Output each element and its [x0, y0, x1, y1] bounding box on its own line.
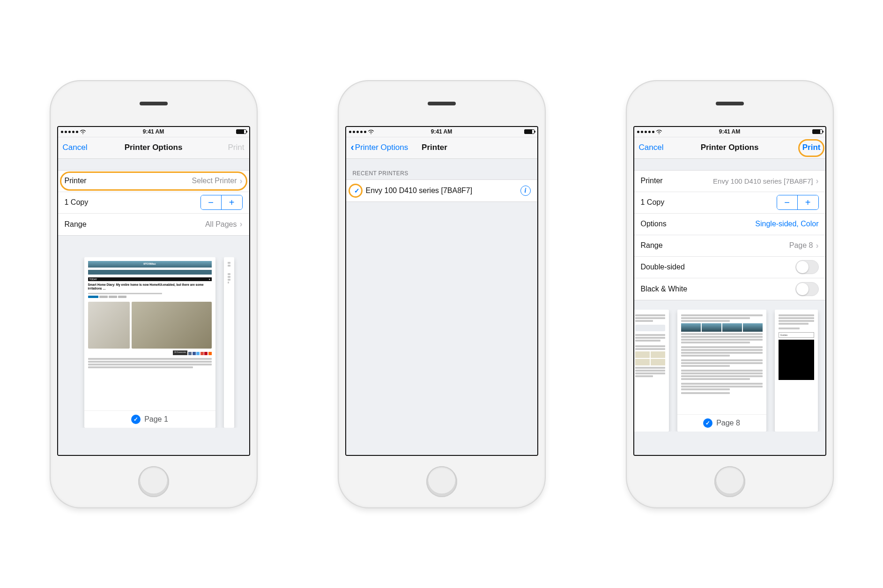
home-button[interactable] — [714, 466, 745, 497]
wifi-icon — [368, 129, 374, 135]
row-printer[interactable]: Printer Envy 100 D410 series [7BA8F7] › — [634, 171, 825, 192]
content: RECENT PRINTERS ✓ Envy 100 D410 series [… — [346, 159, 537, 455]
chevron-right-icon: › — [240, 176, 243, 186]
row-label: Options — [641, 220, 667, 228]
page-preview-card[interactable]: 9TO5Mac TODAY▾ Smart Home Diary: My enti… — [84, 257, 215, 428]
home-button[interactable] — [138, 466, 169, 497]
page-preview-card[interactable]: ✓ Page 8 — [677, 310, 766, 432]
row-label: Double-sided — [641, 263, 685, 271]
screen: 9:41 AM Cancel Printer Options Print Pri… — [633, 126, 826, 456]
battery-icon — [524, 129, 534, 134]
page-preview-card-prev[interactable] — [634, 310, 669, 432]
page-footer[interactable]: ✓ Page 1 — [84, 410, 215, 428]
page-preview-card-next[interactable]: Guides — [775, 310, 818, 432]
row-label: 1 Copy — [65, 198, 89, 207]
page-preview-card-next[interactable] — [224, 257, 234, 428]
iphone-mockup-1: 9:41 AM Cancel Printer Options Print Pri… — [51, 81, 257, 507]
nav-bar: Cancel Printer Options Print — [58, 137, 249, 159]
guides-label: Guides — [780, 334, 788, 336]
nav-bar: ‹ Printer Options Printer — [346, 137, 537, 159]
checkmark-circle-icon: ✓ — [703, 418, 712, 428]
page-number-label: Page 8 — [716, 419, 740, 427]
page-number-label: Page 1 — [144, 415, 168, 424]
page-preview-strip[interactable]: ✓ Page 8 Guides — [634, 310, 825, 432]
row-value: Single-sided, Color — [755, 220, 818, 228]
home-button[interactable] — [426, 466, 457, 497]
page-preview-strip[interactable]: 9TO5Mac TODAY▾ Smart Home Diary: My enti… — [58, 257, 249, 428]
preview-today: TODAY — [89, 278, 97, 281]
row-label: Printer — [65, 177, 87, 185]
chevron-right-icon: › — [816, 176, 819, 186]
clock: 9:41 AM — [719, 128, 741, 135]
nav-title: Printer Options — [125, 143, 183, 152]
nav-bar: Cancel Printer Options Print — [634, 137, 825, 159]
checkmark-circle-icon: ✓ — [131, 415, 141, 424]
row-range[interactable]: Range Page 8 › — [634, 235, 825, 257]
section-header: RECENT PRINTERS — [346, 170, 537, 179]
stepper-plus[interactable]: + — [798, 195, 818, 209]
row-label: Range — [641, 241, 663, 250]
row-label: Black & White — [641, 285, 688, 293]
battery-icon — [812, 129, 823, 134]
row-copies: 1 Copy − + — [58, 192, 249, 214]
stepper-minus[interactable]: − — [777, 195, 798, 209]
bw-toggle[interactable] — [795, 282, 819, 296]
screen: 9:41 AM Cancel Printer Options Print Pri… — [57, 126, 250, 456]
content: Printer Select Printer › 1 Copy − + Rang… — [58, 159, 249, 455]
page-footer[interactable]: ✓ Page 8 — [677, 414, 766, 432]
row-copies: 1 Copy − + — [634, 192, 825, 214]
wifi-icon — [656, 129, 662, 135]
row-double-sided[interactable]: Double-sided — [634, 257, 825, 278]
signal-indicator — [349, 129, 374, 135]
print-button[interactable]: Print — [802, 143, 821, 152]
row-printer[interactable]: Printer Select Printer › — [58, 171, 249, 192]
row-options[interactable]: Options Single-sided, Color — [634, 214, 825, 235]
printers-group: ✓ Envy 100 D410 series [7BA8F7] i — [346, 179, 537, 202]
settings-group: Printer Select Printer › 1 Copy − + Rang… — [58, 170, 249, 236]
row-printer-item[interactable]: ✓ Envy 100 D410 series [7BA8F7] i — [346, 180, 537, 201]
checkmark-icon: ✓ — [353, 186, 361, 195]
clock: 9:41 AM — [431, 128, 453, 135]
row-range[interactable]: Range All Pages › — [58, 214, 249, 235]
copies-stepper[interactable]: − + — [200, 195, 243, 210]
copies-stepper[interactable]: − + — [777, 195, 819, 210]
nav-title: Printer Options — [701, 143, 759, 152]
cancel-button[interactable]: Cancel — [63, 143, 88, 152]
row-value: All Pages — [205, 220, 237, 229]
wifi-icon — [80, 129, 86, 135]
double-sided-toggle[interactable] — [795, 260, 819, 274]
chevron-left-icon: ‹ — [351, 142, 354, 153]
nav-title: Printer — [422, 143, 447, 152]
signal-indicator — [637, 129, 662, 135]
iphone-mockup-2: 9:41 AM ‹ Printer Options Printer RECENT… — [339, 81, 545, 507]
preview-site-name: 9TO5Mac — [143, 262, 156, 266]
print-button: Print — [228, 143, 245, 152]
content: Printer Envy 100 D410 series [7BA8F7] › … — [634, 159, 825, 455]
iphone-mockup-3: 9:41 AM Cancel Printer Options Print Pri… — [627, 81, 833, 507]
stepper-plus[interactable]: + — [222, 195, 242, 209]
chevron-right-icon: › — [816, 241, 819, 251]
chevron-right-icon: › — [240, 219, 243, 229]
row-black-white[interactable]: Black & White — [634, 278, 825, 300]
row-value: Page 8 — [789, 241, 813, 250]
cancel-button[interactable]: Cancel — [639, 143, 664, 152]
row-label: 1 Copy — [641, 198, 665, 207]
clock: 9:41 AM — [143, 128, 164, 135]
screen: 9:41 AM ‹ Printer Options Printer RECENT… — [345, 126, 538, 456]
signal-indicator — [61, 129, 86, 135]
status-bar: 9:41 AM — [634, 127, 825, 137]
row-value: Select Printer — [192, 177, 237, 185]
settings-group: Printer Envy 100 D410 series [7BA8F7] › … — [634, 170, 825, 300]
row-label: Range — [65, 220, 87, 229]
stepper-minus[interactable]: − — [201, 195, 222, 209]
preview-headline: Smart Home Diary: My entire home is now … — [88, 283, 212, 291]
printer-name: Envy 100 D410 series [7BA8F7] — [366, 186, 473, 195]
info-icon[interactable]: i — [520, 186, 531, 196]
battery-icon — [236, 129, 246, 134]
status-bar: 9:41 AM — [346, 127, 537, 137]
row-value: Envy 100 D410 series [7BA8F7] — [713, 177, 813, 185]
row-label: Printer — [641, 177, 663, 185]
status-bar: 9:41 AM — [58, 127, 249, 137]
